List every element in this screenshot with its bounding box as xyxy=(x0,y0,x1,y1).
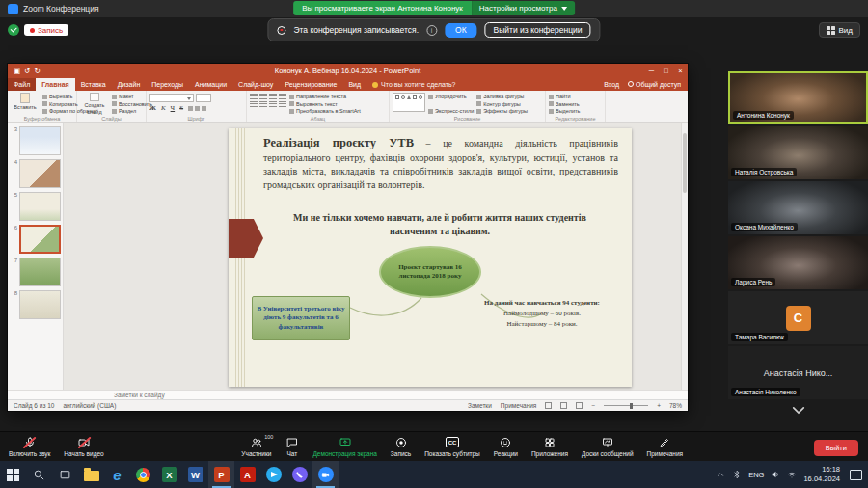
language-indicator[interactable]: английский (США) xyxy=(63,402,116,409)
font-color-icon[interactable] xyxy=(202,106,206,111)
text-shadow-icon[interactable] xyxy=(188,106,193,111)
search-button[interactable] xyxy=(26,461,52,488)
tab-slideshow[interactable]: Слайд-шоу xyxy=(232,78,279,91)
more-participants-chevron[interactable] xyxy=(728,401,868,419)
slide-edit-area[interactable]: Реалізація проєкту УТВ – це командна дія… xyxy=(64,123,681,390)
share-button[interactable]: Общий доступ xyxy=(628,81,681,88)
participant-tile[interactable]: Оксана Михайленко xyxy=(728,181,868,234)
slide-thumbnail[interactable]: 3 xyxy=(10,126,61,155)
network-icon[interactable] xyxy=(787,470,797,479)
telegram-button[interactable] xyxy=(260,461,286,488)
info-icon[interactable]: i xyxy=(426,25,437,36)
slide-thumbnail[interactable]: 8 xyxy=(10,290,61,319)
zoom-percentage[interactable]: 78% xyxy=(669,402,682,409)
underline-button[interactable]: Ч xyxy=(171,104,176,112)
vertical-scrollbar[interactable] xyxy=(681,123,688,390)
captions-button[interactable]: CC Показать субтитры xyxy=(418,435,487,458)
redo-icon[interactable]: ↻ xyxy=(34,67,40,75)
taskbar-clock[interactable]: 16:18 16.04.2024 xyxy=(803,465,840,484)
new-slide-button[interactable]: Создать слайд xyxy=(80,93,109,115)
character-spacing-icon[interactable] xyxy=(195,106,200,111)
bullets-icon[interactable] xyxy=(250,94,258,99)
participant-tile-active[interactable]: Антонина Кононук xyxy=(728,71,868,124)
viber-button[interactable] xyxy=(286,461,312,488)
zoom-taskbar-button[interactable] xyxy=(312,461,339,488)
slide-thumbnail-panel[interactable]: 3 4 5 6 7 8 xyxy=(8,123,64,390)
tab-animations[interactable]: Анимации xyxy=(189,78,232,91)
italic-button[interactable]: К xyxy=(161,104,166,112)
participant-tile[interactable]: C Тамара Василюк xyxy=(728,291,868,344)
paste-button[interactable]: Вставить xyxy=(11,93,40,115)
view-button[interactable]: Вид xyxy=(819,22,860,38)
zoom-in-button[interactable]: + xyxy=(657,402,661,409)
undo-icon[interactable]: ↺ xyxy=(24,67,30,75)
zoom-slider-handle[interactable] xyxy=(630,403,633,409)
zoom-slider[interactable] xyxy=(604,405,648,406)
hidden-icons-chevron[interactable] xyxy=(716,470,725,479)
reactions-button[interactable]: Реакции xyxy=(487,435,525,458)
participant-tile[interactable]: Наталія Островська xyxy=(728,126,868,179)
task-view-button[interactable] xyxy=(52,461,78,488)
slide-thumbnail[interactable]: 7 xyxy=(10,258,61,286)
minimize-button[interactable]: ─ xyxy=(644,64,659,78)
chat-button[interactable]: Чат xyxy=(278,435,306,458)
strikethrough-button[interactable]: S xyxy=(179,104,183,112)
language-indicator[interactable]: ENG xyxy=(748,471,764,479)
replace-button[interactable]: Заменить xyxy=(549,101,580,107)
powerpoint-button[interactable]: P xyxy=(208,461,234,488)
tab-file[interactable]: Файл xyxy=(8,78,36,91)
slide-canvas[interactable]: Реалізація проєкту УТВ – це командна дія… xyxy=(229,128,632,387)
close-button[interactable]: × xyxy=(673,64,688,78)
shape-effects-button[interactable]: Эффекты фигуры xyxy=(476,108,528,114)
slide-sorter-view-icon[interactable] xyxy=(560,402,567,409)
speaker-icon[interactable] xyxy=(771,470,780,479)
text-direction-button[interactable]: Направление текста xyxy=(289,94,361,99)
maximize-button[interactable]: □ xyxy=(659,64,673,78)
mute-button[interactable]: Включить звук xyxy=(2,435,57,458)
tab-transitions[interactable]: Переходы xyxy=(146,78,189,91)
tab-review[interactable]: Рецензирование xyxy=(279,78,342,91)
participant-tile[interactable]: Лариса Рень xyxy=(728,236,868,289)
indent-icon[interactable] xyxy=(269,94,277,99)
tab-home[interactable]: Главная xyxy=(36,78,74,91)
align-text-button[interactable]: Выровнять текст xyxy=(289,101,361,107)
leave-conference-button[interactable]: Выйти из конференции xyxy=(485,22,591,38)
tell-me-box[interactable]: Что вы хотите сделать? xyxy=(366,78,461,91)
sign-in-button[interactable]: Вход xyxy=(604,81,619,88)
zoom-out-button[interactable]: − xyxy=(591,402,595,409)
scrollbar-thumb[interactable] xyxy=(683,133,687,193)
leave-button[interactable]: Выйти xyxy=(814,440,858,456)
slide-thumbnail[interactable]: 5 xyxy=(10,192,61,221)
start-button[interactable] xyxy=(0,461,26,488)
smartart-button[interactable]: Преобразовать в SmartArt xyxy=(289,108,361,114)
align-right-icon[interactable] xyxy=(269,101,277,107)
tab-design[interactable]: Дизайн xyxy=(112,78,147,91)
tab-view[interactable]: Вид xyxy=(342,78,366,91)
save-icon[interactable]: ▣ xyxy=(14,67,20,75)
tab-insert[interactable]: Вставка xyxy=(75,78,112,91)
slide-thumbnail[interactable]: 4 xyxy=(10,159,61,188)
record-button[interactable]: Запись xyxy=(384,435,418,458)
share-screen-button[interactable]: Демонстрация экрана xyxy=(306,435,383,458)
apps-button[interactable]: Приложения xyxy=(525,435,575,458)
arrange-button[interactable]: Упорядочить xyxy=(428,94,474,99)
edge-button[interactable]: e xyxy=(104,461,130,488)
shape-outline-button[interactable]: Контур фигуры xyxy=(476,101,528,107)
slide-thumbnail-selected[interactable]: 6 xyxy=(10,225,61,254)
normal-view-icon[interactable] xyxy=(545,402,552,409)
comments-toggle[interactable]: Примечания xyxy=(501,402,537,409)
justify-icon[interactable] xyxy=(279,101,286,107)
notification-center-icon[interactable] xyxy=(850,470,862,480)
acrobat-button[interactable]: A xyxy=(234,461,260,488)
participant-tile[interactable]: Анастасія Нико... Анастасія Николенко xyxy=(728,346,868,399)
font-size-select[interactable] xyxy=(196,94,211,102)
ok-button[interactable]: ОК xyxy=(445,23,477,38)
numbering-icon[interactable] xyxy=(259,94,267,99)
find-button[interactable]: Найти xyxy=(549,94,580,99)
start-video-button[interactable]: Начать видео xyxy=(57,435,110,458)
align-left-icon[interactable] xyxy=(250,101,258,107)
bluetooth-icon[interactable] xyxy=(732,470,742,479)
font-name-select[interactable] xyxy=(149,94,194,102)
notes-pane[interactable]: Заметки к слайду xyxy=(8,390,688,399)
whiteboards-button[interactable]: Доски сообщений xyxy=(575,435,640,458)
